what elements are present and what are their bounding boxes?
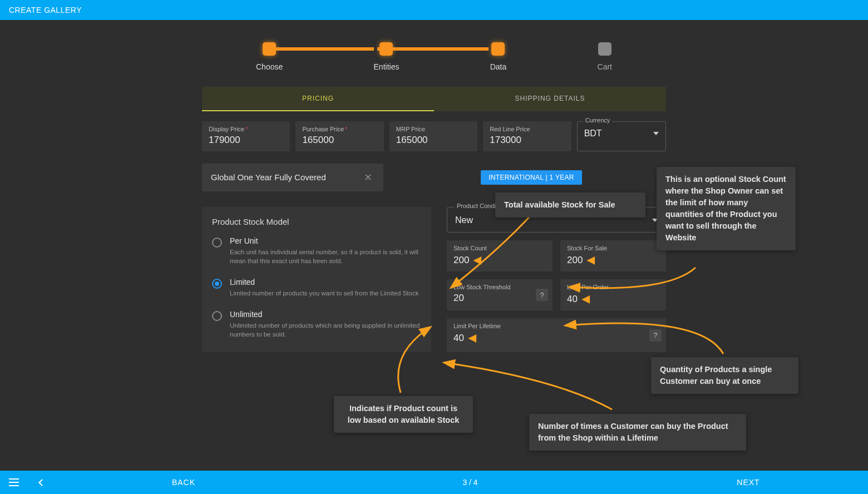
limit-per-order-value: 40 <box>567 294 578 304</box>
purchase-price-label: Purchase Price* <box>302 126 377 132</box>
content: Choose Entities Data Cart PRICING SHIPPI… <box>0 42 868 352</box>
low-stock-threshold-label: Low Stock Threshold <box>453 284 546 290</box>
redline-price-value: 173000 <box>490 135 564 146</box>
step-label-cart: Cart <box>598 62 612 71</box>
stock-model-panel: Product Stock Model Per Unit Each unit h… <box>202 207 431 352</box>
radio-limited-desc: Limited number of products you want to s… <box>230 289 418 298</box>
callout-stock-for-sale: This is an optional Stock Count where th… <box>657 167 796 250</box>
redline-price-field[interactable]: Red Line Price 173000 <box>483 121 571 151</box>
stock-for-sale-value: 200 <box>567 255 583 265</box>
back-button[interactable]: BACK <box>56 478 312 487</box>
radio-icon <box>212 279 222 289</box>
product-condition-value: New <box>455 215 473 225</box>
radio-per-unit-title: Per Unit <box>230 236 421 245</box>
step-line-2 <box>377 47 489 51</box>
step-box-entities <box>379 42 393 56</box>
stock-fields: Product Condition New Stock Count 200◀ S… <box>447 207 666 352</box>
callout-limit-order: Quantity of Products a single Customer c… <box>651 357 798 394</box>
menu-icon <box>9 482 19 483</box>
callout-low-stock: Indicates if Product count is low based … <box>334 396 473 433</box>
header-bar: CREATE GALLERY <box>0 0 868 20</box>
callout-limit-lifetime: Number of times a Customer can buy the P… <box>529 414 746 451</box>
low-stock-threshold-value: 20 <box>453 293 546 304</box>
radio-icon <box>212 238 222 248</box>
step-choose[interactable]: Choose <box>256 42 283 71</box>
step-box-data <box>491 42 505 56</box>
step-label-data: Data <box>490 62 507 71</box>
chevron-down-icon <box>653 132 659 135</box>
arrow-indicator-icon: ◀ <box>587 254 595 266</box>
step-label-choose: Choose <box>256 62 283 71</box>
tabs: PRICING SHIPPING DETAILS <box>202 87 666 111</box>
help-icon[interactable]: ? <box>536 289 548 301</box>
limit-per-lifetime-label: Limit Per Lifetime <box>453 323 659 329</box>
step-box-cart <box>598 42 611 56</box>
purchase-price-field[interactable]: Purchase Price* 165000 <box>295 121 383 151</box>
currency-value: BDT <box>584 129 602 139</box>
mrp-price-value: 165000 <box>396 135 471 146</box>
low-stock-threshold-field[interactable]: Low Stock Threshold 20 ? <box>447 279 553 310</box>
stock-count-field[interactable]: Stock Count 200◀ <box>447 240 553 271</box>
mrp-price-label: MRP Price <box>396 126 471 132</box>
warranty-chip[interactable]: Global One Year Fully Covered ✕ <box>202 164 383 191</box>
step-label-entities: Entities <box>374 62 400 71</box>
menu-button[interactable] <box>0 482 28 483</box>
display-price-label: Display Price* <box>209 126 283 132</box>
stepper: Choose Entities Data Cart <box>0 42 868 71</box>
limit-per-lifetime-value: 40 <box>453 333 464 343</box>
tab-pricing[interactable]: PRICING <box>202 87 434 111</box>
next-button[interactable]: NEXT <box>629 478 868 487</box>
stock-count-label: Stock Count <box>453 245 546 251</box>
form-area: PRICING SHIPPING DETAILS Display Price* … <box>202 87 666 352</box>
stock-count-value: 200 <box>453 255 469 265</box>
help-icon[interactable]: ? <box>649 329 662 342</box>
limit-per-lifetime-field[interactable]: Limit Per Lifetime 40◀ ? <box>447 318 666 352</box>
price-row: Display Price* 179000 Purchase Price* 16… <box>202 121 666 151</box>
step-line-1 <box>263 47 374 51</box>
mrp-price-field[interactable]: MRP Price 165000 <box>389 121 477 151</box>
tab-shipping[interactable]: SHIPPING DETAILS <box>434 87 666 111</box>
arrow-indicator-icon: ◀ <box>468 332 476 344</box>
display-price-value: 179000 <box>209 135 283 146</box>
arrow-indicator-icon: ◀ <box>474 254 481 266</box>
redline-price-label: Red Line Price <box>490 126 564 132</box>
back-arrow-button[interactable] <box>28 480 56 485</box>
warranty-badge: INTERNATIONAL | 1 YEAR <box>481 170 582 185</box>
radio-unlimited-title: Unlimited <box>230 310 421 319</box>
stock-for-sale-field[interactable]: Stock For Sale 200◀ <box>560 240 666 271</box>
stock-model-title: Product Stock Model <box>212 217 421 226</box>
page-title: CREATE GALLERY <box>9 6 82 14</box>
limit-per-order-field[interactable]: Limit Per Order 40◀ <box>560 279 666 310</box>
chevron-left-icon <box>38 479 46 486</box>
close-icon[interactable]: ✕ <box>362 171 374 184</box>
arrow-indicator-icon: ◀ <box>582 293 590 305</box>
display-price-field[interactable]: Display Price* 179000 <box>202 121 290 151</box>
page-progress: 3 / 4 <box>312 478 629 487</box>
radio-icon <box>212 311 222 321</box>
radio-unlimited[interactable]: Unlimited Unlimited number of products w… <box>212 310 421 339</box>
step-data[interactable]: Data <box>490 42 507 71</box>
radio-per-unit[interactable]: Per Unit Each unit has individual serial… <box>212 236 421 265</box>
radio-per-unit-desc: Each unit has individual serial number, … <box>230 248 421 265</box>
radio-limited-title: Limited <box>230 278 418 286</box>
stock-for-sale-label: Stock For Sale <box>567 245 659 251</box>
radio-unlimited-desc: Unlimited number of products which are b… <box>230 321 421 339</box>
limit-per-order-label: Limit Per Order <box>567 284 659 290</box>
callout-total-stock: Total available Stock for Sale <box>495 192 645 218</box>
warranty-row: Global One Year Fully Covered ✕ INTERNAT… <box>202 164 666 191</box>
currency-label: Currency <box>583 117 613 124</box>
lower-row: Product Stock Model Per Unit Each unit h… <box>202 207 666 352</box>
bottom-bar: BACK 3 / 4 NEXT <box>0 471 868 494</box>
step-cart[interactable]: Cart <box>598 42 612 71</box>
currency-select[interactable]: Currency BDT <box>577 121 666 151</box>
purchase-price-value: 165000 <box>302 135 377 146</box>
step-box-choose <box>263 42 276 56</box>
step-entities[interactable]: Entities <box>374 42 400 71</box>
warranty-chip-text: Global One Year Fully Covered <box>211 172 326 183</box>
radio-limited[interactable]: Limited Limited number of products you w… <box>212 278 421 298</box>
